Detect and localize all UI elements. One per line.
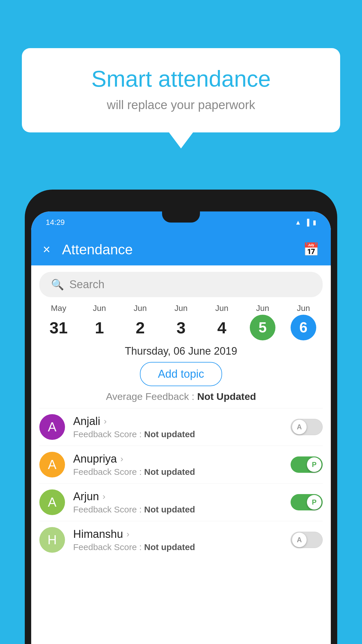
- chevron-icon: ›: [126, 529, 129, 539]
- chevron-icon: ›: [120, 454, 123, 464]
- search-icon: 🔍: [51, 279, 64, 291]
- date-cell[interactable]: Jun5: [242, 304, 283, 342]
- date-cell[interactable]: May31: [38, 304, 79, 342]
- student-feedback: Feedback Score : Not updated: [73, 542, 291, 552]
- student-row[interactable]: HHimanshu ›Feedback Score : Not updatedA: [39, 521, 323, 559]
- date-month: Jun: [201, 304, 242, 313]
- date-cell[interactable]: Jun3: [161, 304, 201, 342]
- date-row: May31Jun1Jun2Jun3Jun4Jun5Jun6: [31, 304, 331, 342]
- search-input[interactable]: Search: [69, 278, 104, 291]
- toggle-knob: P: [307, 495, 321, 510]
- selected-date-label: Thursday, 06 June 2019: [31, 345, 331, 357]
- camera-notch: [162, 211, 200, 223]
- date-month: Jun: [120, 304, 161, 313]
- attendance-toggle[interactable]: A: [291, 419, 323, 435]
- student-name[interactable]: Anjali ›: [73, 415, 291, 428]
- bubble-subtitle: will replace your paperwork: [45, 98, 317, 112]
- battery-icon: ▮: [313, 219, 316, 226]
- student-info: Himanshu ›Feedback Score : Not updated: [73, 528, 291, 552]
- date-number[interactable]: 2: [127, 315, 153, 340]
- date-month: Jun: [242, 304, 283, 313]
- date-number[interactable]: 1: [87, 315, 112, 340]
- date-number[interactable]: 31: [46, 315, 71, 340]
- add-topic-button[interactable]: Add topic: [140, 362, 222, 386]
- phone-frame: 14:29 ▲ ▐ ▮ × Attendance 📅 🔍 Search May3…: [25, 190, 337, 644]
- chevron-icon: ›: [103, 491, 106, 501]
- attendance-toggle[interactable]: P: [291, 456, 323, 473]
- status-bar: 14:29 ▲ ▐ ▮: [31, 211, 331, 233]
- avg-feedback-label: Average Feedback :: [106, 391, 194, 402]
- app-content: 🔍 Search May31Jun1Jun2Jun3Jun4Jun5Jun6 T…: [31, 265, 331, 644]
- date-cell[interactable]: Jun6: [283, 304, 324, 342]
- date-month: Jun: [79, 304, 120, 313]
- student-name[interactable]: Anupriya ›: [73, 453, 291, 465]
- attendance-toggle[interactable]: P: [291, 494, 323, 510]
- student-list: AAnjali ›Feedback Score : Not updatedAAA…: [31, 408, 331, 559]
- avg-feedback: Average Feedback : Not Updated: [31, 391, 331, 402]
- toggle-knob: A: [292, 533, 307, 547]
- date-cell[interactable]: Jun4: [201, 304, 242, 342]
- date-cell[interactable]: Jun1: [79, 304, 120, 342]
- date-month: Jun: [283, 304, 324, 313]
- status-icons: ▲ ▐ ▮: [295, 219, 316, 226]
- status-time: 14:29: [46, 218, 65, 227]
- header-title: Attendance: [62, 242, 303, 258]
- date-number[interactable]: 3: [168, 315, 194, 340]
- toggle-knob: A: [292, 420, 307, 434]
- student-info: Anupriya ›Feedback Score : Not updated: [73, 453, 291, 477]
- avatar: A: [39, 414, 65, 440]
- avatar: A: [39, 489, 65, 515]
- signal-icon: ▐: [305, 219, 309, 226]
- calendar-icon[interactable]: 📅: [303, 242, 319, 257]
- student-feedback: Feedback Score : Not updated: [73, 505, 291, 514]
- wifi-icon: ▲: [295, 219, 301, 226]
- student-name[interactable]: Himanshu ›: [73, 528, 291, 540]
- search-bar[interactable]: 🔍 Search: [39, 272, 323, 297]
- student-feedback: Feedback Score : Not updated: [73, 467, 291, 477]
- toggle-knob: P: [307, 457, 321, 472]
- student-feedback: Feedback Score : Not updated: [73, 429, 291, 439]
- attendance-toggle[interactable]: A: [291, 532, 323, 548]
- bubble-title: Smart attendance: [45, 66, 317, 92]
- student-info: Anjali ›Feedback Score : Not updated: [73, 415, 291, 439]
- date-number[interactable]: 4: [209, 315, 235, 340]
- date-number[interactable]: 6: [291, 315, 316, 340]
- avg-feedback-value: Not Updated: [197, 391, 256, 402]
- chevron-icon: ›: [104, 416, 107, 426]
- date-cell[interactable]: Jun2: [120, 304, 161, 342]
- student-row[interactable]: AArjun ›Feedback Score : Not updatedP: [39, 483, 323, 521]
- student-row[interactable]: AAnupriya ›Feedback Score : Not updatedP: [39, 446, 323, 483]
- date-number[interactable]: 5: [250, 315, 275, 340]
- app-header: × Attendance 📅: [31, 233, 331, 265]
- close-button[interactable]: ×: [43, 242, 50, 257]
- student-info: Arjun ›Feedback Score : Not updated: [73, 490, 291, 514]
- date-month: Jun: [161, 304, 201, 313]
- avatar: A: [39, 452, 65, 477]
- student-row[interactable]: AAnjali ›Feedback Score : Not updatedA: [39, 408, 323, 446]
- student-name[interactable]: Arjun ›: [73, 490, 291, 503]
- date-month: May: [38, 304, 79, 313]
- speech-bubble: Smart attendance will replace your paper…: [22, 48, 340, 132]
- avatar: H: [39, 527, 65, 553]
- phone-screen: 14:29 ▲ ▐ ▮ × Attendance 📅 🔍 Search May3…: [31, 211, 331, 644]
